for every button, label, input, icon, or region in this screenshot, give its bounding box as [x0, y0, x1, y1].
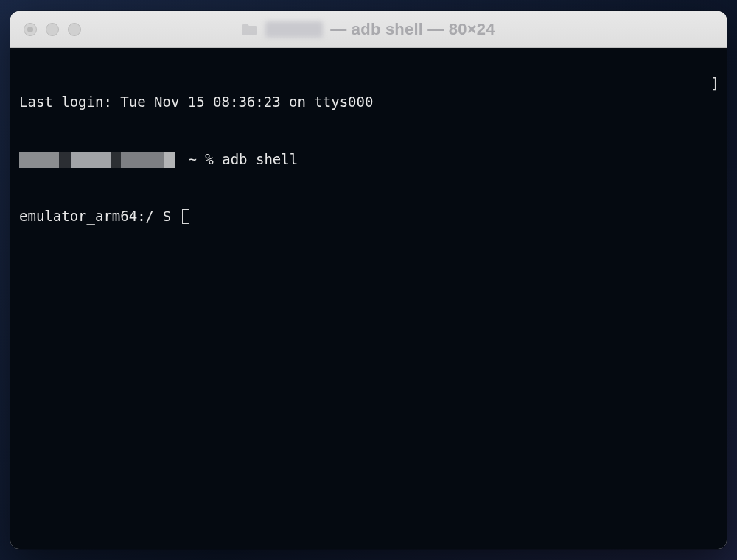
cursor — [182, 209, 189, 224]
terminal-window: — adb shell — 80×24 Last login: Tue Nov … — [10, 11, 727, 549]
close-button[interactable] — [24, 23, 37, 36]
terminal-line: ~ % adb shell — [19, 150, 719, 169]
window-title: — adb shell — 80×24 — [10, 20, 727, 39]
folder-icon — [242, 23, 258, 36]
minimize-button[interactable] — [46, 23, 59, 36]
terminal-line: emulator_arm64:/ $ — [19, 207, 719, 226]
title-redacted — [265, 21, 323, 38]
maximize-button[interactable] — [68, 23, 81, 36]
prompt-path: ~ % — [180, 150, 222, 169]
traffic-lights — [24, 23, 81, 36]
shell-prompt: emulator_arm64:/ $ — [19, 207, 179, 226]
right-bracket-indicator: ] — [711, 74, 719, 94]
titlebar[interactable]: — adb shell — 80×24 — [10, 11, 727, 48]
title-text: — adb shell — 80×24 — [330, 20, 495, 39]
command-text: adb shell — [222, 150, 298, 169]
last-login-text: Last login: Tue Nov 15 08:36:23 on ttys0… — [19, 93, 373, 112]
terminal-line: Last login: Tue Nov 15 08:36:23 on ttys0… — [19, 93, 719, 112]
terminal-body[interactable]: Last login: Tue Nov 15 08:36:23 on ttys0… — [10, 48, 727, 549]
hostname-redacted — [19, 152, 175, 168]
